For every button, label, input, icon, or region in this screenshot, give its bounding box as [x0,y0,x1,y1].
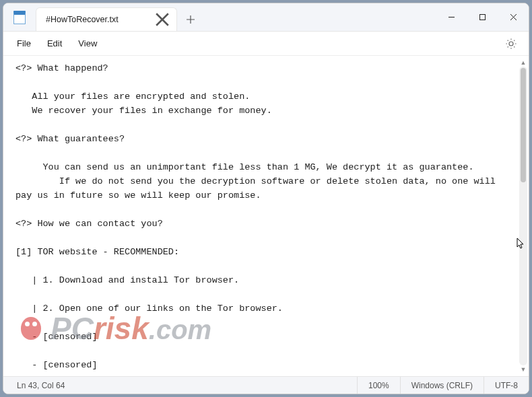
status-cursor-position: Ln 43, Col 64 [3,377,75,394]
notepad-window: #HowToRecover.txt File Edit View [3,3,529,394]
window-controls [436,3,529,31]
vertical-scrollbar[interactable]: ▲ ▼ [519,59,527,373]
menu-view[interactable]: View [71,34,104,52]
scrollbar-thumb[interactable] [521,68,526,182]
status-encoding[interactable]: UTF-8 [484,377,529,394]
new-tab-button[interactable] [177,7,204,31]
window-close-button[interactable] [498,3,529,31]
status-line-ending[interactable]: Windows (CRLF) [400,377,484,394]
text-editor[interactable]: <?> What happend? All your files are enc… [3,56,519,376]
settings-button[interactable] [500,33,522,55]
status-zoom[interactable]: 100% [357,377,400,394]
chevron-down-icon[interactable]: ▼ [519,365,527,373]
scrollbar-track[interactable] [519,67,527,365]
titlebar-drag-area[interactable] [204,3,436,31]
minimize-button[interactable] [436,3,467,31]
menu-bar: File Edit View [3,32,529,56]
tab-title: #HowToRecover.txt [46,15,148,24]
title-bar: #HowToRecover.txt [3,3,529,32]
gear-icon [505,38,517,50]
chevron-up-icon[interactable]: ▲ [519,59,527,67]
menu-file[interactable]: File [10,34,38,52]
editor-viewport: <?> What happend? All your files are enc… [3,56,529,376]
document-tab[interactable]: #HowToRecover.txt [36,7,177,31]
svg-rect-0 [479,15,485,20]
menu-edit[interactable]: Edit [40,34,69,52]
app-icon-wrap [3,3,36,31]
status-bar: Ln 43, Col 64 100% Windows (CRLF) UTF-8 [3,376,529,394]
maximize-button[interactable] [467,3,498,31]
notepad-app-icon [13,11,26,24]
close-icon[interactable] [155,12,170,27]
